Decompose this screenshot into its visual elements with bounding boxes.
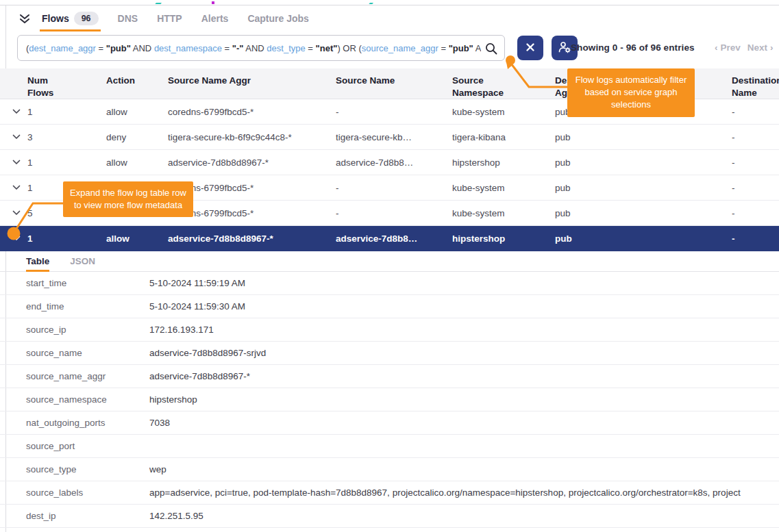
- detail-field-value: 142.251.5.95: [149, 511, 779, 521]
- tour-tooltip-expand: Expand the flow log table row to view mo…: [63, 181, 193, 217]
- graph-node-fragment: [212, 1, 214, 4]
- tab-count-badge: 96: [74, 12, 99, 25]
- detail-tab-table[interactable]: Table: [26, 251, 49, 271]
- query-token: dest_namespace: [154, 43, 222, 53]
- chevron-left-icon: ‹: [715, 42, 718, 53]
- flow-table-row[interactable]: 1allowadservice-7d8b8d8967-*adservice-7d…: [0, 150, 779, 175]
- cell-source_namespace: hipstershop: [452, 233, 555, 244]
- row-expand-chevron-icon[interactable]: [12, 185, 27, 190]
- graph-edge-fragment: [155, 1, 162, 4]
- cell-action: deny: [106, 132, 168, 142]
- tab-alerts[interactable]: Alerts: [201, 5, 229, 31]
- detail-field-key: source_ip: [26, 325, 149, 335]
- tab-capture-jobs[interactable]: Capture Jobs: [247, 5, 308, 31]
- detail-field-value: 7038: [149, 418, 779, 428]
- column-header-destination_name[interactable]: Destination Name: [732, 75, 779, 99]
- detail-field-key: start_time: [26, 278, 149, 288]
- row-expand-chevron-icon[interactable]: [12, 134, 27, 140]
- flow-logs-panel: Flows96DNSHTTPAlertsCapture Jobs (dest_n…: [0, 0, 779, 532]
- prev-label: Prev: [721, 42, 741, 53]
- entries-count-label: Showing 0 - 96 of 96 entries: [571, 42, 695, 53]
- cell-dest_name_aggr: pub: [555, 157, 732, 168]
- cell-source_namespace: hipstershop: [452, 157, 555, 168]
- next-page-button[interactable]: Next›: [747, 42, 774, 53]
- cell-action: allow: [106, 233, 168, 244]
- graph-edge-fragment: [369, 1, 374, 4]
- detail-field-row: source_name_aggradservice-7d8b8d8967-*: [0, 365, 779, 388]
- query-token: source_name_aggr: [362, 43, 438, 53]
- cell-action: allow: [106, 157, 168, 168]
- detail-tab-json[interactable]: JSON: [70, 251, 95, 271]
- column-header-num_flows[interactable]: Num Flows: [27, 75, 106, 99]
- tab-label: DNS: [118, 13, 138, 24]
- cell-destination_name: -: [732, 132, 779, 142]
- detail-field-key: end_time: [26, 301, 149, 312]
- detail-field-value: wep: [149, 464, 779, 474]
- query-token: =: [222, 43, 232, 53]
- query-token: ) OR (: [337, 43, 361, 53]
- flow-table-row[interactable]: 3denytigera-secure-kb-6f9c9c44c8-*tigera…: [0, 125, 779, 150]
- log-type-tabbar: Flows96DNSHTTPAlertsCapture Jobs: [6, 5, 779, 31]
- tab-http[interactable]: HTTP: [157, 5, 182, 31]
- tab-flows[interactable]: Flows96: [42, 5, 99, 31]
- service-graph-fragment-strip: [0, 0, 779, 5]
- detail-field-row: nat_outgoing_ports7038: [0, 411, 779, 435]
- query-token: "-": [232, 43, 244, 53]
- filter-query: (dest_name_aggr = "pub" AND dest_namespa…: [26, 43, 481, 53]
- chevron-right-icon: ›: [770, 42, 774, 53]
- detail-field-key: dest_ip: [26, 511, 149, 521]
- detail-field-value: 5-10-2024 11:59:30 AM: [149, 301, 779, 312]
- flow-table-body: 1allowcoredns-6799fbcd5-*-kube-systempub…: [0, 99, 779, 251]
- cell-source_name: tigera-secure-kb…: [336, 132, 452, 142]
- cell-source_namespace: kube-system: [452, 208, 555, 218]
- cell-source_name: adservice-7d8b8…: [336, 233, 452, 244]
- detail-field-key: source_name_aggr: [26, 371, 149, 381]
- row-expand-chevron-icon[interactable]: [12, 160, 27, 165]
- detail-field-row: dest_ip142.251.5.95: [0, 505, 779, 528]
- flow-table-row[interactable]: 1allowadservice-7d8b8d8967-*adservice-7d…: [0, 226, 779, 251]
- double-chevron-down-icon[interactable]: [17, 12, 32, 25]
- row-expand-chevron-icon[interactable]: [12, 210, 27, 216]
- cell-num_flows: 1: [27, 233, 106, 244]
- query-token: =: [96, 43, 106, 53]
- cell-source_name_aggr: adservice-7d8b8d8967-*: [168, 157, 336, 168]
- detail-field-value: adservice-7d8b8d8967-*: [149, 371, 779, 381]
- query-token: =: [306, 43, 316, 53]
- column-header-source_name_aggr[interactable]: Source Name Aggr: [168, 75, 336, 87]
- cell-num_flows: 1: [27, 107, 106, 117]
- detail-field-value: adservice-7d8b8d8967-srjvd: [149, 348, 779, 358]
- pagination: ‹Prev Next›: [715, 42, 774, 53]
- x-mark-icon: [525, 42, 535, 54]
- query-token: AND: [131, 43, 154, 53]
- query-token: =: [438, 43, 449, 53]
- query-token: "net": [316, 43, 338, 53]
- cell-source_name: -: [336, 208, 452, 218]
- clear-filter-button[interactable]: [517, 36, 543, 60]
- tour-tooltip-filter: Flow logs automatically filter based on …: [567, 68, 695, 117]
- detail-field-row: start_time5-10-2024 11:59:19 AM: [0, 272, 779, 295]
- detail-field-key: source_type: [26, 464, 149, 474]
- column-header-label: Source Name: [336, 75, 395, 86]
- column-header-source_namespace[interactable]: Source Namespace: [452, 75, 555, 99]
- flow-tabs: Flows96DNSHTTPAlertsCapture Jobs: [42, 5, 309, 31]
- column-header-label: Source Namespace: [452, 75, 515, 99]
- filter-query-input[interactable]: (dest_name_aggr = "pub" AND dest_namespa…: [17, 35, 505, 61]
- filter-row: (dest_name_aggr = "pub" AND dest_namespa…: [0, 31, 779, 68]
- column-header-action[interactable]: Action: [106, 75, 168, 87]
- cell-source_name: adservice-7d8b8…: [336, 157, 452, 168]
- tab-dns[interactable]: DNS: [118, 5, 138, 31]
- cell-source_name: -: [336, 183, 452, 193]
- detail-field-key: source_labels: [26, 487, 149, 498]
- cell-action: allow: [106, 107, 168, 117]
- detail-field-row: source_labelsapp=adservice, pci=true, po…: [0, 481, 779, 505]
- row-expand-chevron-icon[interactable]: [12, 109, 27, 114]
- detail-field-value: hipstershop: [149, 394, 779, 405]
- detail-field-row: source_typewep: [0, 458, 779, 481]
- column-header-source_name[interactable]: Source Name: [336, 75, 452, 87]
- cell-destination_name: -: [732, 233, 779, 244]
- column-header-label: Num Flows: [27, 75, 62, 99]
- detail-field-key: source_name: [26, 348, 149, 358]
- row-expand-chevron-icon[interactable]: [12, 236, 27, 241]
- prev-page-button[interactable]: ‹Prev: [715, 42, 741, 53]
- search-icon[interactable]: [484, 42, 498, 58]
